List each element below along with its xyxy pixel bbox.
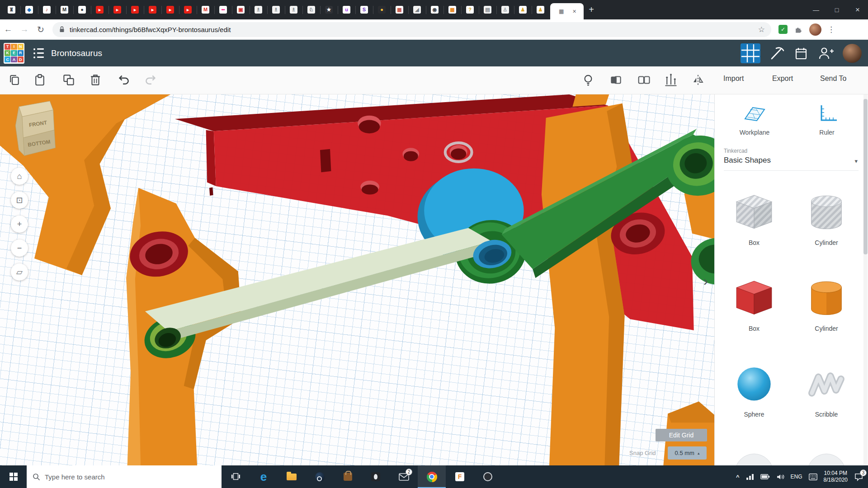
duplicate-icon[interactable] [62, 73, 75, 87]
battery-icon[interactable] [760, 474, 770, 480]
forward-button[interactable]: → [16, 24, 33, 34]
classes-notebook-icon[interactable] [793, 45, 809, 61]
browser-tab[interactable]: ▸ [91, 0, 108, 19]
shape-box[interactable]: Box [720, 276, 788, 332]
browser-tab[interactable]: M [197, 0, 214, 19]
ime-keyboard-icon[interactable] [809, 474, 817, 480]
bookmark-star-icon[interactable]: ☆ [758, 25, 765, 34]
blocks-view-icon[interactable] [741, 43, 760, 63]
taskbar-edge[interactable]: e [250, 465, 278, 488]
tray-expand-chevron[interactable]: ^ [736, 474, 740, 480]
import-button[interactable]: Import [723, 75, 744, 83]
view-cube[interactable]: FRONT BOTTOM [15, 101, 55, 156]
shape-cylinder[interactable]: Cylinder [793, 276, 860, 332]
taskbar-steam[interactable] [306, 465, 334, 488]
fit-view-button[interactable]: ⊡ [11, 192, 28, 209]
shape-box-hole[interactable]: Box [720, 190, 788, 246]
browser-tab[interactable]: ▦ [443, 0, 461, 19]
browser-tab[interactable]: ● [73, 0, 91, 19]
design-menu-icon[interactable] [33, 48, 44, 58]
snap-grid-dropdown[interactable]: 0.5 mm ▴ [668, 446, 707, 460]
taskbar-alexa[interactable] [474, 465, 502, 488]
taskbar-file-explorer[interactable] [278, 465, 306, 488]
tinkercad-logo[interactable]: TINKERCAD [4, 43, 24, 64]
back-button[interactable]: ← [0, 24, 16, 34]
task-view-button[interactable] [222, 465, 250, 488]
taskbar-mail[interactable]: 2 [390, 465, 418, 488]
taskbar-fusion[interactable]: F [446, 465, 474, 488]
delete-icon[interactable] [89, 73, 102, 87]
url-omnibox[interactable]: tinkercad.com/things/b6BfwcXqxPY-brontos… [52, 22, 771, 37]
browser-tab[interactable]: ♟ [532, 0, 549, 19]
minimize-button[interactable]: — [806, 0, 826, 19]
browser-tab[interactable]: S [355, 0, 373, 19]
redo-icon[interactable] [143, 73, 158, 87]
start-button[interactable] [0, 465, 27, 488]
group-icon[interactable] [609, 73, 623, 87]
ruler-tool[interactable]: Ruler [791, 103, 863, 136]
invite-person-icon[interactable] [817, 45, 835, 61]
browser-tab[interactable]: M [56, 0, 73, 19]
browser-tab[interactable]: ▸ [161, 0, 179, 19]
action-center-button[interactable]: 3 [854, 473, 863, 481]
browser-tab[interactable]: ● [373, 0, 391, 19]
browser-tab[interactable]: ◉ [426, 0, 443, 19]
zoom-out-button[interactable]: − [11, 239, 28, 257]
network-icon[interactable] [746, 474, 754, 480]
browser-tab[interactable]: ▸ [108, 0, 126, 19]
shape-cylinder-hole[interactable]: Cylinder [793, 190, 860, 246]
panel-collapse-chevron[interactable]: › [703, 273, 708, 289]
zoom-in-button[interactable]: + [11, 216, 28, 233]
shape-partial[interactable] [735, 454, 774, 465]
browser-tab[interactable]: ▤ [479, 0, 496, 19]
mirror-icon[interactable] [691, 73, 705, 87]
edit-grid-button[interactable]: Edit Grid [656, 429, 707, 441]
shape-scribble[interactable]: Scribble [793, 362, 860, 418]
taskbar-clock[interactable]: 10:04 PM 8/18/2020 [824, 470, 848, 483]
shape-category-dropdown[interactable]: Tinkercad Basic Shapes ▾ [724, 148, 859, 171]
browser-tab[interactable]: ♗ [285, 0, 302, 19]
copy-icon[interactable] [8, 73, 21, 87]
browser-menu-icon[interactable]: ⋮ [827, 25, 835, 34]
browser-tab[interactable]: ♘ [302, 0, 320, 19]
browser-tab[interactable]: ♗ [267, 0, 285, 19]
paste-icon[interactable] [33, 73, 47, 87]
3d-viewport[interactable]: FRONT BOTTOM ⌂ ⊡ + − ▱ Edit Grid Snap Gr… [0, 94, 714, 465]
send-to-button[interactable]: Send To [820, 75, 846, 83]
browser-tab[interactable]: ★ [320, 0, 338, 19]
taskbar-chrome[interactable] [418, 465, 446, 488]
orange-leg-right[interactable] [542, 94, 632, 465]
browser-tab[interactable]: ◢ [408, 0, 426, 19]
browser-tab[interactable]: ◆ [20, 0, 38, 19]
panel-scrollbar-thumb[interactable] [863, 99, 868, 254]
taskbar-game-center[interactable] [362, 465, 390, 488]
browser-tab[interactable]: ♙ [496, 0, 514, 19]
browser-profile-avatar[interactable] [809, 23, 821, 36]
volume-icon[interactable] [776, 474, 784, 480]
reload-button[interactable]: ↻ [33, 24, 49, 35]
browser-tab[interactable]: ▸ [144, 0, 161, 19]
language-indicator[interactable]: ENG [791, 474, 802, 480]
workplane-tool[interactable]: Workplane [718, 103, 791, 136]
maximize-button[interactable]: □ [826, 0, 847, 19]
browser-tab[interactable]: ♗ [250, 0, 267, 19]
browser-tab[interactable]: ▸ [126, 0, 144, 19]
green-ring-right[interactable] [662, 131, 714, 200]
browser-tab[interactable]: ♜ [3, 0, 20, 19]
close-button[interactable]: × [847, 0, 868, 19]
undo-icon[interactable] [117, 73, 131, 87]
extension-check-icon[interactable]: ✓ [778, 25, 788, 34]
align-icon[interactable] [664, 73, 678, 87]
new-tab-button[interactable]: + [584, 0, 599, 19]
extensions-puzzle-icon[interactable] [794, 25, 803, 34]
design-title[interactable]: Brontosaurus [51, 48, 102, 58]
green-ring-right-lower[interactable] [691, 238, 714, 285]
browser-tab[interactable]: ♪ [38, 0, 56, 19]
perspective-toggle-button[interactable]: ▱ [11, 263, 28, 281]
browser-tab[interactable]: u [338, 0, 355, 19]
tab-close-icon[interactable]: × [573, 8, 576, 15]
browser-tab[interactable]: ▸ [179, 0, 197, 19]
browser-tab[interactable]: ▣ [232, 0, 250, 19]
export-button[interactable]: Export [772, 75, 793, 83]
taskbar-shop-app[interactable] [334, 465, 362, 488]
